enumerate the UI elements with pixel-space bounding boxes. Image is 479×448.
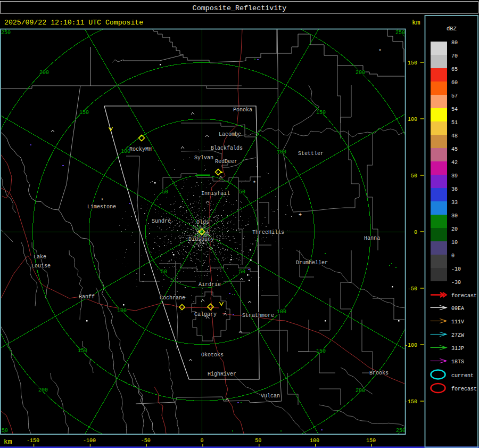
svg-text:-50: -50 bbox=[141, 438, 151, 444]
svg-text:-150: -150 bbox=[27, 438, 39, 444]
svg-text:100: 100 bbox=[277, 309, 286, 315]
svg-text:-50: -50 bbox=[408, 286, 417, 292]
svg-text:Innisfail: Innisfail bbox=[201, 191, 230, 197]
svg-text:-150: -150 bbox=[404, 399, 417, 405]
svg-text:150: 150 bbox=[408, 60, 417, 66]
svg-text:42: 42 bbox=[451, 160, 458, 166]
svg-text:250: 250 bbox=[1, 30, 11, 36]
svg-text:150: 150 bbox=[316, 348, 326, 354]
svg-text:Vulcan: Vulcan bbox=[261, 393, 280, 399]
svg-text:ThreeHills: ThreeHills bbox=[252, 230, 284, 235]
svg-text:50: 50 bbox=[239, 189, 245, 195]
svg-text:27ZW: 27ZW bbox=[451, 332, 464, 338]
svg-text:current: current bbox=[451, 373, 474, 379]
svg-text:Didsbury: Didsbury bbox=[188, 237, 214, 242]
svg-text:250: 250 bbox=[396, 428, 406, 434]
svg-text:Sylvan: Sylvan bbox=[194, 155, 213, 161]
svg-text:RedDeer: RedDeer bbox=[215, 159, 237, 165]
svg-text:forecast: forecast bbox=[451, 386, 477, 392]
svg-text:-10: -10 bbox=[451, 266, 461, 272]
svg-text:250: 250 bbox=[395, 30, 405, 36]
svg-text:51: 51 bbox=[451, 120, 458, 126]
svg-text:150: 150 bbox=[366, 438, 376, 444]
svg-text:+: + bbox=[299, 212, 302, 218]
svg-text:33: 33 bbox=[451, 200, 458, 206]
svg-text:Brooks: Brooks bbox=[369, 370, 389, 376]
svg-text:200: 200 bbox=[39, 70, 49, 76]
svg-text:RockyMH: RockyMH bbox=[129, 146, 152, 152]
svg-text:Olds: Olds bbox=[196, 219, 209, 225]
svg-text:10: 10 bbox=[451, 240, 458, 246]
svg-text:70: 70 bbox=[451, 53, 458, 59]
svg-text:100: 100 bbox=[277, 149, 286, 155]
svg-text:100: 100 bbox=[310, 438, 319, 444]
svg-text:Stettler: Stettler bbox=[298, 151, 324, 157]
svg-text:-100: -100 bbox=[83, 438, 96, 444]
svg-text:0: 0 bbox=[200, 438, 203, 444]
svg-text:30: 30 bbox=[451, 213, 458, 219]
svg-text:Limestone: Limestone bbox=[87, 204, 116, 210]
svg-text:31JP: 31JP bbox=[451, 346, 464, 352]
svg-text:111V: 111V bbox=[451, 319, 464, 325]
svg-text:50: 50 bbox=[162, 189, 168, 195]
svg-text:200: 200 bbox=[356, 70, 365, 76]
svg-text:60: 60 bbox=[451, 80, 458, 86]
svg-text:0: 0 bbox=[414, 230, 417, 235]
svg-text:45: 45 bbox=[451, 146, 458, 152]
svg-text:100: 100 bbox=[117, 308, 127, 314]
svg-text:150: 150 bbox=[78, 348, 87, 354]
svg-text:Drumheller: Drumheller bbox=[296, 260, 328, 266]
svg-text:dBZ: dBZ bbox=[447, 26, 457, 32]
svg-text:*: * bbox=[101, 198, 104, 204]
svg-text:50: 50 bbox=[239, 269, 245, 275]
svg-text:150: 150 bbox=[79, 110, 89, 116]
svg-text:100: 100 bbox=[408, 117, 417, 123]
svg-text:150: 150 bbox=[316, 110, 326, 116]
svg-text:39: 39 bbox=[451, 173, 458, 179]
svg-text:Okotoks: Okotoks bbox=[201, 352, 224, 358]
svg-text:Blackfalds: Blackfalds bbox=[211, 145, 243, 151]
svg-text:forecast: forecast bbox=[451, 293, 477, 299]
svg-text:09EA: 09EA bbox=[451, 306, 464, 312]
svg-text:0: 0 bbox=[451, 253, 455, 259]
svg-text:Ponoka: Ponoka bbox=[233, 107, 252, 113]
svg-text:-30: -30 bbox=[451, 280, 461, 286]
svg-text:65: 65 bbox=[451, 67, 458, 72]
svg-text:*: * bbox=[378, 49, 382, 55]
svg-text:Sundre: Sundre bbox=[152, 218, 171, 224]
svg-text:50: 50 bbox=[255, 438, 261, 444]
svg-text:Calgary: Calgary bbox=[194, 312, 217, 317]
svg-text:Strathmore: Strathmore bbox=[242, 313, 274, 319]
svg-text:km: km bbox=[4, 438, 12, 446]
svg-text:2025/09/22 12:10:11 UTC Compos: 2025/09/22 12:10:11 UTC Composite bbox=[4, 19, 143, 27]
svg-text:Lacombe: Lacombe bbox=[219, 132, 241, 137]
svg-text:Airdrie: Airdrie bbox=[199, 282, 221, 288]
svg-text:20: 20 bbox=[451, 226, 458, 232]
svg-text:57: 57 bbox=[451, 93, 458, 99]
svg-text:250: 250 bbox=[0, 428, 8, 434]
svg-text:-100: -100 bbox=[404, 343, 417, 348]
svg-text:HighRiver: HighRiver bbox=[208, 371, 236, 377]
svg-text:Hanna: Hanna bbox=[364, 235, 380, 241]
svg-text:Lake: Lake bbox=[34, 254, 46, 260]
svg-text:54: 54 bbox=[451, 107, 458, 112]
svg-text:Banff: Banff bbox=[79, 294, 95, 300]
svg-text:48: 48 bbox=[451, 133, 458, 139]
svg-text:Composite_Reflectivity: Composite_Reflectivity bbox=[193, 4, 287, 12]
svg-text:200: 200 bbox=[38, 387, 48, 393]
svg-text:36: 36 bbox=[451, 186, 458, 192]
svg-text:80: 80 bbox=[451, 40, 458, 46]
svg-text:18TS: 18TS bbox=[451, 359, 464, 365]
svg-text:200: 200 bbox=[356, 388, 365, 394]
svg-text:*: * bbox=[253, 181, 256, 186]
svg-text:km: km bbox=[412, 19, 420, 27]
svg-text:50: 50 bbox=[411, 173, 417, 179]
svg-text:50: 50 bbox=[161, 269, 167, 275]
svg-text:Cochrane: Cochrane bbox=[160, 295, 185, 301]
svg-text:Louise: Louise bbox=[31, 263, 51, 269]
